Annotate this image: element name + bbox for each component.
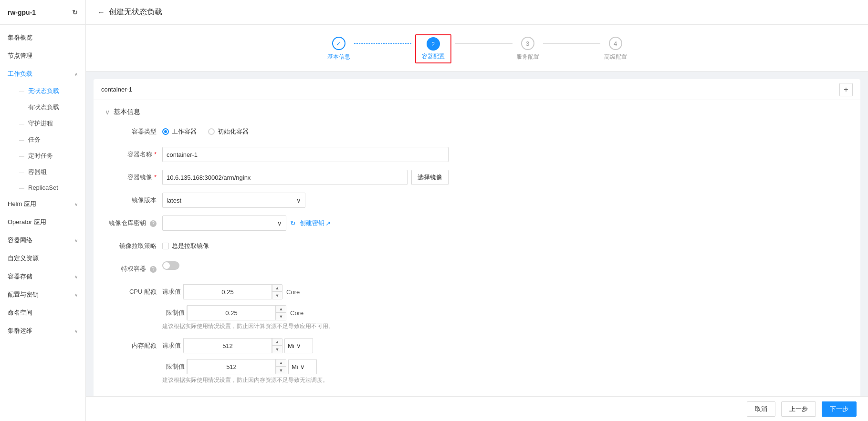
memory-request-up-btn[interactable]: ▲: [272, 339, 282, 346]
image-input-group: 选择镜像: [162, 170, 449, 185]
memory-request-unit-select[interactable]: Mi ∨: [284, 338, 313, 353]
image-secret-label: 镜像仓库密钥 ?: [105, 216, 162, 231]
pull-always-checkbox[interactable]: 总是拉取镜像: [162, 238, 449, 254]
memory-limit-up-btn[interactable]: ▲: [276, 359, 286, 367]
sidebar-item-namespace[interactable]: 命名空间: [0, 304, 85, 322]
basic-info-section: ∨ 基本信息 容器类型 工作容器: [94, 100, 860, 396]
pull-policy-control: 总是拉取镜像: [162, 238, 449, 254]
container-image-control: 选择镜像: [162, 170, 449, 185]
memory-limit-input[interactable]: [187, 359, 276, 374]
cpu-request-input[interactable]: [183, 284, 272, 299]
steps-area: ✓ 基本信息 2 容器配置: [86, 25, 868, 72]
container-type-label: 容器类型: [105, 124, 162, 139]
sidebar-item-cluster-overview[interactable]: 集群概览: [0, 29, 85, 47]
add-container-button[interactable]: +: [839, 83, 853, 96]
helm-expand-icon: ∨: [74, 202, 78, 207]
cpu-limit-label: 限制值: [166, 308, 185, 317]
cpu-request-spinners: ▲ ▼: [272, 285, 282, 299]
sidebar-header: rw-gpu-1 ↻: [0, 0, 85, 25]
bottom-bar: 取消 上一步 下一步: [86, 396, 868, 421]
sidebar-item-custom-resource[interactable]: 自定义资源: [0, 249, 85, 267]
sidebar-item-daemon[interactable]: 守护进程: [11, 115, 85, 132]
privileged-toggle[interactable]: [162, 261, 179, 270]
sidebar: rw-gpu-1 ↻ 集群概览 节点管理 工作负载 ∧ 无状态负载 有状态负载 …: [0, 0, 86, 421]
memory-limit-unit-select[interactable]: Mi ∨: [288, 359, 317, 374]
memory-request-group: 请求值 ▲ ▼ Mi ∨: [162, 338, 313, 353]
config-secret-expand-icon: ∨: [74, 292, 78, 298]
memory-unit-chevron: ∨: [296, 342, 301, 349]
section-expand-icon[interactable]: ∨: [105, 108, 110, 116]
cpu-limit-down-btn[interactable]: ▼: [276, 313, 286, 320]
cpu-limit-spinners: ▲ ▼: [276, 306, 286, 320]
cpu-limit-up-btn[interactable]: ▲: [276, 306, 286, 313]
step-advanced-config: 4 高级配置: [604, 37, 627, 61]
cpu-request-label: 请求值: [162, 288, 181, 296]
pull-always-checkbox-box: [162, 243, 169, 249]
image-version-row: 镜像版本 latest ∨: [105, 193, 849, 208]
cpu-limit-group: 限制值 ▲ ▼ Core: [162, 305, 305, 320]
topbar: ← 创建无状态负载: [86, 0, 868, 25]
privileged-help-icon[interactable]: ?: [150, 266, 157, 273]
sidebar-item-operator-app[interactable]: Operator 应用: [0, 213, 85, 231]
cancel-button[interactable]: 取消: [747, 401, 775, 417]
secret-select[interactable]: ∨: [162, 216, 286, 231]
sidebar-item-helm-app[interactable]: Helm 应用 ∨: [0, 195, 85, 213]
radio-init-container[interactable]: 初始化容器: [208, 127, 249, 136]
container-name-input[interactable]: [162, 147, 449, 162]
step-basic-info: ✓ 基本信息: [327, 37, 350, 61]
cpu-request-down-btn[interactable]: ▼: [272, 292, 282, 299]
container-network-expand-icon: ∨: [74, 238, 78, 243]
image-input[interactable]: [162, 170, 408, 185]
memory-quota-control: 请求值 ▲ ▼ Mi ∨: [162, 338, 449, 384]
sidebar-item-workload[interactable]: 工作负载 ∧: [0, 65, 85, 83]
cpu-quota-label: CPU 配额: [105, 284, 162, 299]
privileged-row: 特权容器 ?: [105, 261, 849, 277]
sidebar-item-node-management[interactable]: 节点管理: [0, 47, 85, 65]
workload-expand-icon: ∧: [74, 72, 78, 77]
cpu-hint: 建议根据实际使用情况设置，防止因计算资源不足导致应用不可用。: [162, 322, 449, 330]
cpu-limit-unit: Core: [288, 309, 305, 317]
prev-button[interactable]: 上一步: [781, 401, 816, 417]
step-container-config: 2 容器配置: [415, 34, 451, 63]
container-type-row: 容器类型 工作容器 初始化容器: [105, 124, 849, 139]
sidebar-item-cron-task[interactable]: 定时任务: [11, 148, 85, 164]
memory-limit-unit-chevron: ∨: [300, 363, 305, 370]
privileged-control: [162, 261, 449, 270]
external-link-icon: ↗: [325, 220, 331, 227]
steps: ✓ 基本信息 2 容器配置: [327, 34, 627, 63]
sidebar-item-task[interactable]: 任务: [11, 132, 85, 148]
memory-request-down-btn[interactable]: ▼: [272, 346, 282, 353]
sidebar-item-stateful[interactable]: 有状态负载: [11, 99, 85, 115]
cpu-limit-input[interactable]: [187, 305, 276, 320]
memory-limit-down-btn[interactable]: ▼: [276, 367, 286, 374]
sidebar-item-cluster-ops[interactable]: 集群运维 ∨: [0, 322, 85, 340]
refresh-secret-icon[interactable]: ↻: [290, 219, 296, 227]
memory-request-input-group: ▲ ▼: [183, 338, 282, 353]
memory-limit-spinners: ▲ ▼: [276, 359, 286, 374]
cpu-request-up-btn[interactable]: ▲: [272, 285, 282, 292]
sidebar-item-container-group[interactable]: 容器组: [11, 164, 85, 180]
container-image-row: 容器镜像 选择镜像: [105, 170, 849, 185]
sidebar-item-stateless[interactable]: 无状态负载: [11, 83, 85, 99]
image-secret-help-icon[interactable]: ?: [150, 220, 157, 227]
radio-work-container[interactable]: 工作容器: [162, 127, 197, 136]
step-4-label: 高级配置: [604, 53, 627, 61]
memory-limit-group: 限制值 ▲ ▼ Mi ∨: [162, 359, 317, 374]
image-version-select[interactable]: latest ∨: [162, 193, 305, 208]
content-area: container-1 + ∨ 基本信息 容器类型 工作容器: [86, 72, 868, 396]
step-2-label: 容器配置: [422, 52, 445, 61]
sidebar-item-config-secret[interactable]: 配置与密钥 ∨: [0, 286, 85, 304]
memory-request-input[interactable]: [183, 338, 272, 353]
refresh-icon[interactable]: ↻: [72, 9, 78, 16]
memory-quota-label: 内存配额: [105, 338, 162, 353]
sidebar-item-container-network[interactable]: 容器网络 ∨: [0, 231, 85, 249]
sidebar-nav: 集群概览 节点管理 工作负载 ∧ 无状态负载 有状态负载 守护进程 任务 定时任…: [0, 25, 85, 421]
back-button[interactable]: ←: [97, 8, 105, 17]
next-button[interactable]: 下一步: [822, 401, 857, 417]
sidebar-item-replicaset[interactable]: ReplicaSet: [11, 180, 85, 195]
select-image-button[interactable]: 选择镜像: [411, 170, 449, 185]
sidebar-item-container-storage[interactable]: 容器存储 ∨: [0, 267, 85, 286]
memory-limit-label: 限制值: [166, 362, 185, 371]
memory-config: 请求值 ▲ ▼ Mi ∨: [162, 338, 449, 374]
create-secret-link[interactable]: 创建密钥 ↗: [300, 219, 331, 227]
